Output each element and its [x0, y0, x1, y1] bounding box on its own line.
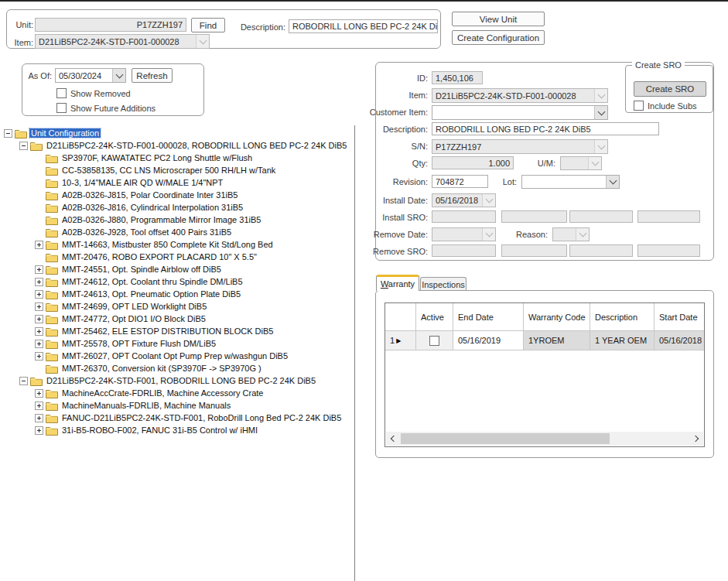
id-field: 1,450,106 [432, 71, 483, 84]
um-label: U/M: [538, 159, 555, 168]
dropdown-arrow-icon[interactable] [606, 176, 619, 188]
tree-expander[interactable] [35, 265, 43, 274]
install-sro-field-2 [501, 210, 567, 223]
unit-field: P17ZZH197 [35, 18, 186, 32]
tree-item[interactable]: A02B-0326-J928, Tool offset 400 Pairs 31… [0, 226, 354, 238]
folder-icon [46, 240, 58, 250]
find-button[interactable]: Find [191, 18, 225, 32]
grid-header-start-date: Start Date [655, 303, 704, 331]
tree-item[interactable]: MachineManuals-FDRLIB, Machine Manuals [0, 399, 354, 412]
tree-expander[interactable] [35, 352, 43, 361]
tree-expander[interactable] [35, 414, 43, 422]
create-configuration-button[interactable]: Create Configuration [452, 30, 545, 45]
tree-expander[interactable] [35, 278, 43, 286]
lot-combo[interactable] [521, 175, 620, 189]
tree-item[interactable]: 31i-B5-ROBO-F002, FANUC 31i-B5 Control w… [0, 424, 354, 436]
scroll-right-icon[interactable] [689, 432, 703, 446]
tree-item[interactable]: Unit Configuration [0, 127, 354, 139]
tree-item[interactable]: MMT-14663, Mistbuster 850 Complete Kit S… [0, 238, 354, 251]
remove-sro-field-1 [432, 244, 496, 257]
tree-expander[interactable] [35, 340, 43, 348]
tree-item-label: CC-53858135, CC LNS Microscraper 500 RH/… [60, 166, 277, 175]
tree-item-label: MMT-20476, ROBO EXPORT PLACARD 10" X 5.5… [60, 252, 258, 261]
install-sro-label: Install SRO: [382, 213, 428, 222]
tree-item[interactable]: A02B-0326-J880, Programmable Mirror Imag… [0, 214, 354, 226]
tree-expander[interactable] [19, 377, 28, 385]
tree-item[interactable]: MMT-26027, OPT Coolant Opt Pump Prep w/w… [0, 350, 354, 362]
dropdown-arrow-icon [594, 89, 607, 102]
folder-icon [46, 203, 58, 213]
tree-item-label: 10-3, 1/4"MALE AIR QD W/MALE 1/4"NPT [60, 178, 224, 187]
tree-item[interactable]: MMT-24551, Opt. Spindle Airblow off DiB5 [0, 263, 354, 275]
tab-warranty[interactable]: Warranty [376, 275, 419, 291]
tree-expander[interactable] [35, 327, 43, 336]
tree-item[interactable]: MMT-24612, Opt. Coolant thru Spindle DM/… [0, 275, 354, 288]
remove-sro-field-3 [569, 244, 633, 257]
tree-item[interactable]: 10-3, 1/4"MALE AIR QD W/MALE 1/4"NPT [0, 176, 354, 189]
scroll-left-icon[interactable] [386, 432, 400, 446]
item-label: Item: [10, 38, 33, 47]
active-checkbox[interactable] [429, 336, 439, 346]
tree-item[interactable]: MMT-25578, OPT Fixture Flush DM/LiB5 [0, 337, 354, 350]
tree-item-label: MMT-24551, Opt. Spindle Airblow off DiB5 [60, 265, 223, 274]
create-sro-button[interactable]: Create SRO [634, 81, 706, 97]
show-future-additions-checkbox[interactable] [56, 103, 67, 113]
install-sro-field-1 [432, 210, 496, 223]
tree-expander[interactable] [19, 142, 28, 150]
view-unit-button[interactable]: View Unit [452, 12, 545, 26]
dropdown-arrow-icon[interactable] [112, 69, 125, 82]
tree-item[interactable]: A02B-0326-J815, Polar Coordinate Inter 3… [0, 189, 354, 201]
tree-item[interactable]: D21LiB5PC2-24K-STD-F001, ROBODRILL LONG … [0, 374, 354, 387]
install-date-label: Install Date: [383, 196, 428, 205]
tree-expander[interactable] [35, 302, 43, 311]
tree-item[interactable]: SP3970F, KAWATATEC PC2 Long Shuttle w/Fl… [0, 152, 354, 164]
unit-configuration-tree-panel: Unit Configuration D21LiB5PC2-24K-STD-F0… [0, 125, 355, 581]
active-cell[interactable] [416, 331, 453, 350]
tree-item[interactable]: D21LiB5PC2-24K-STD-F001-000028, ROBODRIL… [0, 139, 354, 152]
tree-expander[interactable] [35, 402, 43, 410]
tree-item[interactable]: MMT-24699, OPT LED Worklight DiB5 [0, 300, 354, 313]
as-of-date-combo[interactable]: 05/30/2024 [55, 68, 126, 83]
include-subs-checkbox[interactable] [634, 101, 644, 111]
tab-inspections[interactable]: Inspections [420, 277, 467, 291]
tree-item[interactable]: MMT-24772, Opt DIO1 I/O Block DiB5 [0, 313, 354, 325]
folder-icon [46, 227, 58, 238]
scrollbar-thumb[interactable] [401, 433, 610, 444]
show-removed-checkbox[interactable] [56, 88, 67, 98]
folder-icon [15, 128, 27, 138]
tree-expander[interactable] [35, 290, 43, 299]
tree-item-label: A02B-0326-J880, Programmable Mirror Imag… [60, 215, 262, 224]
dropdown-arrow-icon [576, 228, 589, 241]
tree-item[interactable]: MMT-24613, Opt. Pneumatic Option Plate D… [0, 288, 354, 300]
unit-configuration-tree: Unit Configuration D21LiB5PC2-24K-STD-F0… [0, 127, 354, 436]
install-sro-field-3 [569, 210, 633, 223]
tree-expander[interactable] [4, 129, 12, 138]
tree-expander[interactable] [35, 241, 43, 249]
tree-expander[interactable] [35, 426, 43, 435]
qty-field: 1.000 [432, 156, 514, 169]
detail-description-field[interactable]: ROBODRILL LONG BED PC-2 24K DiB5 [432, 122, 659, 135]
tree-item-label: MMT-14663, Mistbuster 850 Complete Kit S… [60, 240, 275, 249]
tree-item-label: MMT-24772, Opt DIO1 I/O Block DiB5 [60, 314, 207, 323]
tree-item[interactable]: CC-53858135, CC LNS Microscraper 500 RH/… [0, 164, 354, 176]
description-field[interactable]: ROBODRILL LONG BED PC-2 24K Di [289, 19, 438, 33]
tree-item[interactable]: FANUC-D21LiB5PC2-24K-STD-F001, RoboDrill… [0, 412, 354, 424]
tree-expander[interactable] [35, 389, 43, 398]
customer-item-combo[interactable] [432, 105, 608, 120]
horizontal-scrollbar[interactable] [386, 432, 703, 446]
tree-item[interactable]: A02B-0326-J816, Cylindrical Interpolatio… [0, 201, 354, 214]
tree-expander[interactable] [35, 315, 43, 323]
tree-item-label: FANUC-D21LiB5PC2-24K-STD-F001, RoboDrill… [60, 413, 343, 422]
end-date-cell[interactable]: 05/16/2019 [453, 331, 524, 350]
tree-item[interactable]: MachineAccCrate-FDRLIB, Machine Accessor… [0, 387, 354, 399]
tree-item[interactable]: MMT-25462, ELE ESTOP DISTRIBUTION BLOCK … [0, 325, 354, 337]
row-pointer-icon: ▶ [396, 337, 401, 344]
tree-item-label: A02B-0326-J815, Polar Coordinate Inter 3… [60, 190, 239, 200]
tree-item[interactable]: MMT-20476, ROBO EXPORT PLACARD 10" X 5.5… [0, 251, 354, 263]
tree-item-label: MMT-26370, Conversion kit (SP3970F -> SP… [60, 364, 263, 373]
tree-item[interactable]: MMT-26370, Conversion kit (SP3970F -> SP… [0, 362, 354, 374]
revision-field[interactable]: 704872 [432, 175, 488, 188]
dropdown-arrow-icon[interactable] [594, 106, 607, 119]
folder-icon [46, 302, 58, 312]
refresh-button[interactable]: Refresh [132, 68, 173, 83]
